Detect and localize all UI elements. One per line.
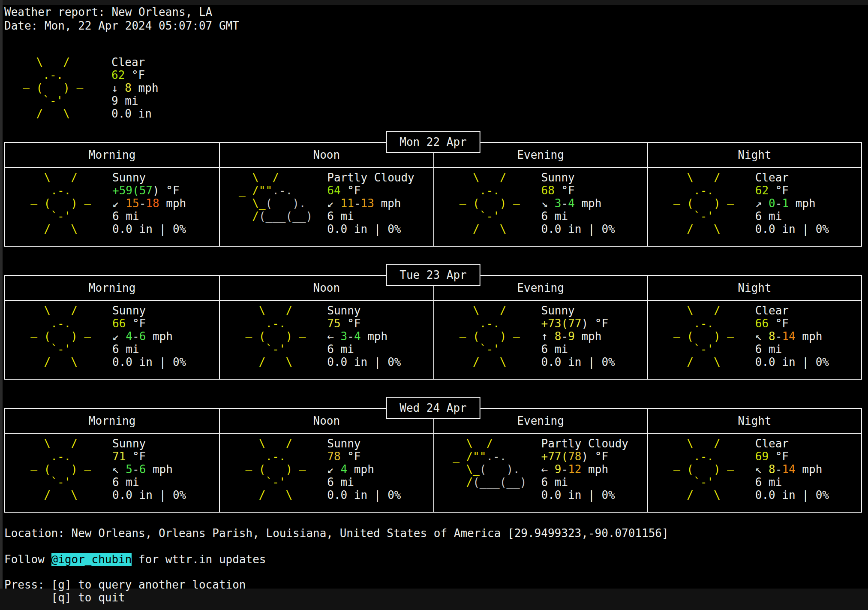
colored-text-segment: ― ( ) ―: [446, 330, 520, 343]
colored-text-segment: -: [354, 197, 361, 210]
colored-text-segment: 77: [568, 317, 581, 330]
colored-text-segment: \ /: [660, 171, 721, 184]
sunny-icon: \ / .-. ― ( ) ― `-' / \: [5, 171, 112, 246]
colored-text-segment: °F: [769, 317, 789, 330]
colored-text-segment: ↖: [755, 330, 769, 343]
forecast-section-tue-23-apr: Tue 23 AprMorningNoonEveningNight \ / .-…: [4, 264, 862, 380]
colored-text-segment: / \: [446, 223, 507, 236]
temperature-value: 68 °F: [541, 184, 647, 197]
colored-text-segment: 13: [361, 197, 374, 210]
condition-label: Clear: [111, 56, 862, 69]
condition-label: Sunny: [327, 304, 433, 317]
colored-text-segment: .-.: [660, 450, 714, 463]
forecast-cell-evening: \ / _ /"".-. \_( ). /(___(__)Partly Clou…: [433, 434, 647, 512]
colored-text-segment: 5: [126, 463, 132, 476]
visibility-value: 6 mi: [541, 210, 647, 223]
date-box: Mon 22 Apr: [386, 131, 481, 153]
forecast-cell-night: \ / .-. ― ( ) ― `-' / \Clear69 °F↖ 8-14 …: [647, 434, 861, 512]
colored-text-segment: mph: [159, 197, 186, 210]
press-hint-quit: [q] to quit: [51, 591, 862, 604]
colored-text-segment: \ /: [17, 437, 78, 450]
colored-text-segment: mph: [575, 197, 602, 210]
forecast-body-row: \ / .-. ― ( ) ― `-' / \Sunny71 °F↖ 5-6 m…: [5, 433, 861, 512]
visibility-value: 9 mi: [111, 94, 862, 107]
colored-text-segment: 18: [146, 197, 159, 210]
weather-cell-text: Sunny+59(57) °F↙ 15-18 mph6 mi0.0 in | 0…: [112, 171, 219, 246]
colored-text-segment: / \: [232, 356, 292, 368]
wind-value: ↖ 8-14 mph: [755, 330, 861, 343]
colored-text-segment: ― ( ) ―: [660, 463, 734, 476]
visibility-value: 6 mi: [327, 476, 433, 489]
precipitation-value: 0.0 in | 0%: [755, 489, 861, 501]
temperature-value: 62 °F: [111, 69, 862, 82]
sunny-icon: \ / .-. ― ( ) ― `-' / \: [5, 304, 112, 379]
colored-text-segment: `-': [660, 476, 714, 489]
forecast-body-row: \ / .-. ― ( ) ― `-' / \Sunny+59(57) °F↙ …: [5, 167, 861, 246]
forecast-cell-evening: \ / .-. ― ( ) ― `-' / \Sunny68 °F↘ 3-4 m…: [433, 168, 647, 246]
colored-text-segment: 3: [341, 330, 348, 343]
partly-cloudy-icon: \ / _ /"".-. \_( ). /(___(__): [434, 437, 541, 512]
sunny-icon: \ / .-. ― ( ) ― `-' / \: [434, 304, 541, 379]
colored-text-segment: /: [446, 476, 473, 489]
colored-text-segment: ↙: [112, 330, 126, 343]
wind-value: ← 3-4 mph: [327, 330, 433, 343]
colored-text-segment: °F: [341, 317, 361, 330]
colored-text-segment: / \: [9, 107, 70, 120]
colored-text-segment: mph: [796, 330, 823, 343]
colored-text-segment: mph: [146, 463, 173, 476]
condition-label: Sunny: [327, 437, 433, 450]
condition-label: Partly Cloudy: [541, 437, 647, 450]
colored-text-segment: ― ( ) ―: [17, 197, 91, 210]
colored-text-segment: mph: [789, 197, 816, 210]
colored-text-segment: -: [132, 463, 139, 476]
weather-cell-text: Partly Cloudy64 °F↙ 11-13 mph6 mi0.0 in …: [327, 171, 433, 246]
colored-text-segment: \ /: [17, 304, 78, 317]
colored-text-segment: ←: [541, 463, 555, 476]
wind-value: ↓ 8 mph: [111, 82, 862, 94]
temperature-value: +59(57) °F: [112, 184, 219, 197]
colored-text-segment: +77(: [541, 450, 568, 463]
wind-value: ↖ 8-14 mph: [755, 463, 861, 476]
colored-text-segment: 8: [125, 82, 132, 94]
date-box: Wed 24 Apr: [386, 397, 481, 419]
colored-text-segment: 66: [112, 317, 126, 330]
colored-text-segment: 8: [769, 330, 775, 343]
colored-text-segment: mph: [374, 197, 401, 210]
precipitation-value: 0.0 in | 0%: [327, 223, 433, 236]
colored-text-segment: .-.: [272, 184, 292, 197]
sunny-icon: \ / .-. ― ( ) ― `-' / \: [220, 437, 327, 512]
clear-icon: \ / .-. ― ( ) ― `-' / \: [648, 304, 755, 379]
temperature-value: +73(77) °F: [541, 317, 647, 330]
visibility-value: 6 mi: [112, 210, 219, 223]
colored-text-segment: `-': [232, 476, 285, 489]
wind-value: ↘ 3-4 mph: [541, 197, 647, 210]
colored-text-segment: `-': [17, 343, 71, 356]
partly-cloudy-icon: \ / _ /"".-. \_( ). /(___(__): [220, 171, 327, 246]
precipitation-value: 0.0 in | 0%: [112, 489, 219, 501]
precipitation-value: 0.0 in: [111, 107, 862, 120]
column-header-night: Night: [647, 143, 861, 167]
weather-cell-text: Sunny66 °F↙ 4-6 mph6 mi0.0 in | 0%: [112, 304, 219, 379]
colored-text-segment: mph: [575, 330, 602, 343]
colored-text-segment: 9: [555, 463, 562, 476]
date-label: Mon 22 Apr: [399, 136, 467, 148]
forecast-section-mon-22-apr: Mon 22 AprMorningNoonEveningNight \ / .-…: [4, 131, 862, 247]
colored-text-segment: °F: [125, 69, 145, 82]
colored-text-segment: 4: [568, 197, 575, 210]
colored-text-segment: -: [347, 330, 354, 343]
weather-cell-text: Clear62 °F↗ 0-1 mph6 mi0.0 in | 0%: [755, 171, 861, 246]
colored-text-segment: -: [561, 330, 568, 343]
precipitation-value: 0.0 in | 0%: [112, 356, 219, 368]
colored-text-segment: °F: [555, 184, 575, 197]
press-hint-query: Press: [g] to query another location: [4, 578, 862, 591]
colored-text-segment: .-.: [17, 317, 71, 330]
colored-text-segment: °F: [769, 450, 789, 463]
wind-value: ↙ 15-18 mph: [112, 197, 219, 210]
wind-value: ↗ 0-1 mph: [755, 197, 861, 210]
colored-text-segment: \_: [232, 197, 265, 210]
weather-cell-text: Sunny68 °F↘ 3-4 mph6 mi0.0 in | 0%: [541, 171, 647, 246]
colored-text-segment: 9: [568, 330, 575, 343]
precipitation-value: 0.0 in | 0%: [327, 356, 433, 368]
colored-text-segment: mph: [146, 330, 173, 343]
forecast-cell-evening: \ / .-. ― ( ) ― `-' / \Sunny+73(77) °F↑ …: [433, 301, 647, 379]
